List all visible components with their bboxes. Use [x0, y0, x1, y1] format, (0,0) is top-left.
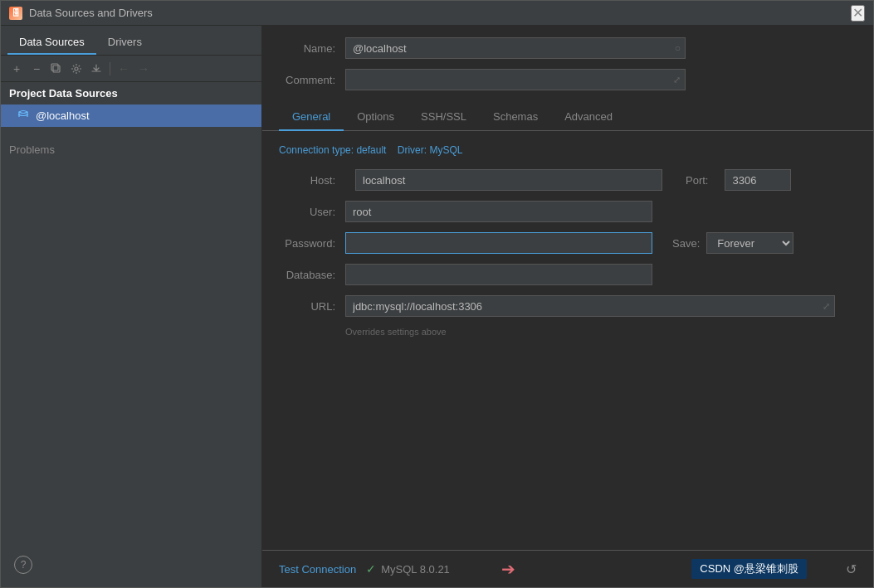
password-input[interactable] — [345, 232, 652, 254]
host-label: Host: — [279, 174, 345, 187]
database-label: Database: — [279, 269, 345, 281]
host-port-row: Host: Port: — [279, 169, 857, 191]
test-result: ✓ MySQL 8.0.21 — [366, 562, 450, 576]
svg-rect-0 — [53, 66, 60, 72]
datasource-icon — [17, 109, 29, 123]
window-title: Data Sources and Drivers — [29, 7, 153, 19]
url-label: URL: — [279, 300, 345, 313]
datasource-item[interactable]: @localhost — [1, 104, 261, 127]
main-window: 🗄 Data Sources and Drivers ✕ Data Source… — [0, 0, 874, 588]
password-label: Password: — [279, 237, 345, 250]
url-row: URL: ⤢ — [279, 295, 857, 317]
check-icon: ✓ — [366, 562, 376, 576]
problems-label: Problems — [1, 127, 261, 173]
add-button[interactable]: + — [7, 60, 26, 78]
left-bottom-area: Problems — [1, 127, 261, 542]
tab-schemas[interactable]: Schemas — [480, 104, 551, 131]
name-input-wrap: ○ — [345, 37, 686, 59]
test-connection-button[interactable]: Test Connection — [279, 563, 356, 576]
app-icon: 🗄 — [9, 7, 22, 20]
toolbar-separator — [110, 62, 110, 75]
comment-row: Comment: ⤢ — [279, 69, 857, 90]
url-expand-icon: ⤢ — [823, 301, 830, 312]
comment-input[interactable] — [345, 69, 686, 90]
project-label: Project Data Sources — [1, 82, 261, 104]
port-input[interactable] — [725, 169, 791, 191]
url-input[interactable] — [345, 295, 835, 317]
user-input[interactable] — [345, 201, 652, 222]
comment-expand-icon: ⤢ — [673, 75, 681, 85]
tab-advanced[interactable]: Advanced — [551, 104, 626, 131]
connection-info: Connection type: default Driver: MySQL — [279, 144, 857, 156]
tab-options[interactable]: Options — [344, 104, 408, 131]
form-header: Name: ○ Comment: ⤢ — [262, 26, 873, 100]
database-input[interactable] — [345, 264, 652, 285]
host-input[interactable] — [355, 169, 662, 191]
close-button[interactable]: ✕ — [851, 5, 865, 22]
connection-type-value[interactable]: default — [356, 144, 386, 156]
forward-button[interactable]: → — [134, 60, 153, 78]
test-result-text: MySQL 8.0.21 — [381, 563, 450, 576]
name-expand-icon: ○ — [675, 42, 681, 54]
title-bar: 🗄 Data Sources and Drivers ✕ — [1, 1, 873, 26]
arrow-indicator: ➔ — [501, 559, 515, 579]
comment-input-wrap: ⤢ — [345, 69, 686, 90]
port-label: Port: — [686, 174, 708, 187]
datasource-name: @localhost — [36, 109, 90, 122]
load-button[interactable] — [87, 60, 105, 78]
tab-ssh-ssl[interactable]: SSH/SSL — [408, 104, 480, 131]
svg-rect-1 — [51, 64, 58, 70]
driver-label: Driver: — [398, 144, 427, 156]
overrides-text: Overrides settings above — [345, 327, 857, 337]
name-input[interactable] — [345, 37, 686, 59]
url-input-wrap: ⤢ — [345, 295, 835, 317]
comment-label: Comment: — [279, 74, 345, 86]
connection-type-label: Connection type: — [279, 144, 354, 156]
tab-data-sources[interactable]: Data Sources — [7, 31, 96, 55]
password-row: Password: Save: Forever Until restart Ne… — [279, 232, 857, 254]
form-body: Connection type: default Driver: MySQL H… — [262, 131, 873, 550]
left-panel: Data Sources Drivers + − — [1, 26, 262, 587]
right-panel: Name: ○ Comment: ⤢ General Opti — [262, 26, 873, 587]
settings-button[interactable] — [67, 60, 85, 78]
name-label: Name: — [279, 42, 345, 55]
name-row: Name: ○ — [279, 37, 857, 59]
driver-value[interactable]: MySQL — [429, 144, 462, 156]
help-area: ? — [1, 542, 261, 587]
section-tabs: General Options SSH/SSL Schemas Advanced — [262, 104, 873, 131]
svg-point-2 — [75, 67, 78, 70]
tab-drivers[interactable]: Drivers — [96, 31, 154, 55]
remove-button[interactable]: − — [27, 60, 46, 78]
database-row: Database: — [279, 264, 857, 285]
bottom-left: Test Connection ✓ MySQL 8.0.21 ➔ — [279, 559, 515, 579]
back-button[interactable]: ← — [115, 60, 133, 78]
copy-button[interactable] — [47, 60, 66, 78]
user-label: User: — [279, 206, 345, 218]
left-tab-bar: Data Sources Drivers — [1, 26, 261, 56]
main-content: Data Sources Drivers + − — [1, 26, 873, 587]
save-label: Save: — [672, 237, 700, 250]
user-row: User: — [279, 201, 857, 222]
help-button[interactable]: ? — [14, 556, 32, 574]
refresh-button[interactable]: ↺ — [846, 561, 857, 577]
save-select[interactable]: Forever Until restart Never — [706, 232, 793, 254]
title-bar-left: 🗄 Data Sources and Drivers — [9, 7, 153, 20]
tab-general[interactable]: General — [279, 104, 344, 131]
left-toolbar: + − — [1, 56, 261, 82]
bottom-bar: Test Connection ✓ MySQL 8.0.21 ➔ ↺ — [262, 550, 873, 587]
